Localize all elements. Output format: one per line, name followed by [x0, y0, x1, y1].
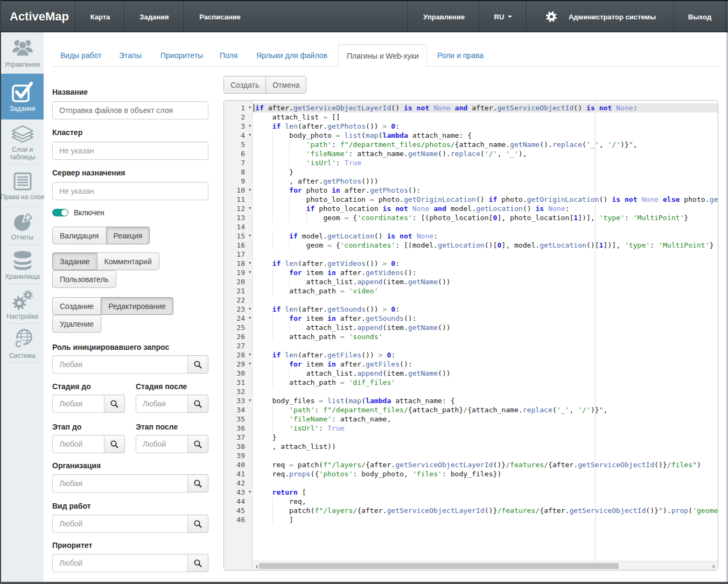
editor-horizontal-scrollbar[interactable]: ‹ › [253, 561, 718, 570]
code-token: props [289, 470, 310, 478]
scrollbar-thumb[interactable] [259, 563, 619, 569]
fold-arrow-icon[interactable]: ▾ [249, 122, 251, 131]
line-number: 25 [236, 323, 245, 332]
stage-after-input[interactable] [136, 395, 188, 413]
code-line: req.props({'photos': body_photo, 'files'… [253, 469, 718, 479]
brand-logo[interactable]: ActiveMap [10, 1, 69, 32]
code-line-text: if len(after.getFiles()) > 0: [253, 350, 718, 360]
code-line-text: geom = {'coordinates': [(model.getLocati… [253, 241, 718, 250]
code-line: if len(after.getPhotos()) > 0: [253, 122, 718, 131]
code-line: 'isUrl': True [253, 158, 718, 167]
code-token: append [357, 323, 382, 332]
code-token: ( [361, 131, 366, 139]
fold-arrow-icon[interactable]: ▾ [249, 204, 251, 213]
line-number: 24 [236, 314, 245, 323]
code-line-text: } [253, 167, 718, 177]
create-button[interactable]: Создать [223, 76, 266, 94]
fold-arrow-icon[interactable]: ▾ [249, 305, 251, 314]
code-editor[interactable]: 1▾23▾4▾5678910▾1112▾131415▾161718▾19▾202… [223, 100, 718, 571]
window-border-bottom [0, 582, 728, 584]
enabled-toggle[interactable] [52, 209, 68, 216]
role-input[interactable] [52, 355, 188, 374]
priority-search-button[interactable] [188, 554, 208, 572]
sidebar-item-Управление[interactable]: Управление [1, 32, 44, 74]
stage-before-search-button[interactable] [104, 395, 125, 413]
sidebar-item-Права на слои[interactable]: Права на слои [1, 165, 44, 207]
tab-Этапы[interactable]: Этапы [111, 44, 150, 66]
sidebar-item-Задания[interactable]: Задания [1, 74, 44, 119]
line-number: 37 [236, 433, 245, 442]
tab-Ярлыки для файлов[interactable]: Ярлыки для файлов [248, 44, 335, 66]
role-search-button[interactable] [188, 355, 208, 374]
code-line-text: } [253, 433, 718, 442]
server-input[interactable] [52, 182, 208, 200]
work-type-input[interactable] [52, 515, 188, 533]
search-icon [193, 559, 202, 568]
option-button-Комментарий[interactable]: Комментарий [97, 252, 159, 270]
fold-arrow-icon[interactable]: ▾ [249, 131, 251, 140]
name-input[interactable] [52, 101, 208, 119]
nav-item-Администратор системы[interactable]: Администратор системы [526, 1, 674, 32]
step-before-input[interactable] [52, 435, 104, 453]
organization-search-button[interactable] [188, 474, 208, 492]
work-type-search-button[interactable] [188, 515, 208, 533]
option-button-Удаление[interactable]: Удаление [52, 315, 101, 333]
gutter-row: 8 [224, 167, 252, 177]
step-after-search-button[interactable] [188, 435, 208, 453]
code-token: (): [404, 314, 417, 322]
cluster-input[interactable] [52, 142, 208, 160]
fold-arrow-icon[interactable]: ▾ [249, 186, 251, 195]
sidebar-item-Система[interactable]: C Система [1, 324, 44, 363]
fold-arrow-icon[interactable]: ▾ [249, 314, 251, 323]
fold-arrow-icon[interactable]: ▾ [249, 488, 251, 497]
code-token: is [586, 104, 595, 112]
gear-icon [544, 10, 558, 24]
stage-before-input[interactable] [52, 395, 104, 413]
tab-Виды работ[interactable]: Виды работ [52, 44, 110, 66]
tab-Плагины и Web-хуки[interactable]: Плагины и Web-хуки [338, 44, 427, 67]
tab-Приоритеты[interactable]: Приоритеты [152, 44, 211, 66]
option-button-Редактирование[interactable]: Редактирование [101, 297, 173, 315]
nav-item-Управление[interactable]: Управление [408, 1, 480, 32]
option-button-Валидация[interactable]: Валидация [52, 227, 107, 244]
nav-item-Карта[interactable]: Карта [75, 1, 124, 32]
fold-arrow-icon[interactable]: ▾ [249, 268, 251, 277]
sidebar: Управление Задания Слои итаблицы Права н… [1, 32, 44, 582]
cancel-button[interactable]: Отмена [265, 76, 306, 94]
code-token: { [348, 214, 357, 222]
option-button-Создание[interactable]: Создание [52, 297, 101, 315]
code-token: 'type' [625, 241, 650, 249]
step-before-search-button[interactable] [104, 435, 125, 453]
fold-arrow-icon[interactable]: ▾ [249, 231, 251, 241]
organization-input[interactable] [52, 474, 188, 492]
code-token: None [616, 104, 633, 112]
fold-arrow-icon[interactable]: ▾ [249, 103, 251, 112]
fold-arrow-icon[interactable]: ▾ [249, 350, 251, 360]
nav-item-Выход[interactable]: Выход [674, 1, 726, 32]
nav-item-Расписание[interactable]: Расписание [184, 1, 256, 32]
option-button-Пользователь[interactable]: Пользователь [52, 270, 116, 288]
tab-Роли и права[interactable]: Роли и права [429, 44, 492, 66]
stage-after-search-button[interactable] [188, 395, 208, 413]
sidebar-item-Настройки[interactable]: Настройки [1, 285, 44, 324]
editor-code-area[interactable]: if after.getServiceObjectLayerId() is no… [253, 103, 718, 561]
code-token: { [332, 241, 340, 249]
line-number: 35 [236, 414, 245, 424]
gutter-row: 36 [224, 424, 252, 433]
option-button-Реакция[interactable]: Реакция [106, 227, 150, 244]
fold-arrow-icon[interactable]: ▾ [249, 360, 251, 369]
sidebar-item-Слои и таблицы[interactable]: Слои итаблицы [1, 119, 44, 165]
sidebar-item-separator [5, 363, 41, 363]
scrollbar-right-arrow-icon[interactable]: › [709, 561, 718, 571]
sidebar-item-Отчеты[interactable]: Отчеты [1, 207, 44, 245]
code-token: getVideos [327, 259, 366, 268]
nav-item-Задания[interactable]: Задания [124, 1, 184, 32]
fold-arrow-icon[interactable]: ▾ [249, 396, 251, 405]
priority-input[interactable] [52, 554, 188, 572]
option-button-Задание[interactable]: Задание [52, 252, 97, 270]
nav-item-RU[interactable]: RU [480, 1, 526, 32]
step-after-input[interactable] [136, 435, 188, 453]
sidebar-item-Хранилища[interactable]: Хранилища [1, 245, 44, 285]
tab-Поля[interactable]: Поля [212, 44, 246, 66]
fold-arrow-icon[interactable]: ▾ [249, 259, 251, 268]
